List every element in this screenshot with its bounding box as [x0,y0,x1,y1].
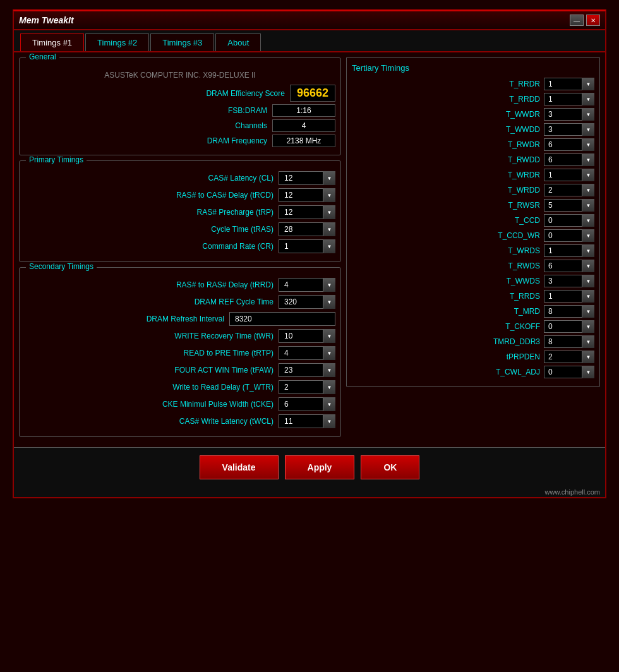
tert-dropdown-wrapper-5[interactable]: 6▼ [544,153,594,166]
timing-select-tfaw[interactable]: 23 [279,363,335,377]
tert-select-11[interactable]: 1 [544,244,594,257]
timing-select-ref[interactable]: 320 [279,295,335,309]
tert-select-17[interactable]: 8 [544,335,594,348]
tert-label-17: TMRD_DDR3 [477,337,540,346]
tert-select-9[interactable]: 0 [544,214,594,227]
tert-dropdown-wrapper-17[interactable]: 8▼ [544,335,594,348]
timing-select-trp[interactable]: 12 [279,205,335,219]
timing-dropdown-trrd[interactable]: 4 ▼ [279,278,335,292]
tert-dropdown-wrapper-1[interactable]: 1▼ [544,93,594,105]
timing-dropdown-twr[interactable]: 10 ▼ [279,329,335,343]
timing-select-trcd[interactable]: 12 [279,188,335,202]
tert-dropdown-wrapper-8[interactable]: 5▼ [544,199,594,212]
timing-dropdown-trp[interactable]: 12 ▼ [279,205,335,219]
timing-dropdown-tras[interactable]: 28 ▼ [279,222,335,236]
tert-select-18[interactable]: 2 [544,351,594,363]
tert-select-15[interactable]: 8 [544,305,594,318]
tert-dropdown-wrapper-12[interactable]: 6▼ [544,260,594,272]
tert-select-12[interactable]: 6 [544,260,594,272]
freq-row: DRAM Frequency 2138 MHz [25,135,335,147]
timing-dropdown-twcl[interactable]: 11 ▼ [279,414,335,428]
tert-select-14[interactable]: 1 [544,290,594,303]
tert-dropdown-wrapper-7[interactable]: 2▼ [544,184,594,196]
window-controls: — ✕ [570,15,600,26]
tert-select-16[interactable]: 0 [544,320,594,333]
validate-button[interactable]: Validate [200,455,279,479]
timing-select-twtr[interactable]: 2 [279,380,335,394]
tert-select-1[interactable]: 1 [544,93,594,105]
tert-row-tprpden: tPRPDEN2▼ [352,351,594,363]
timing-dropdown-ref[interactable]: 320 ▼ [279,295,335,309]
tert-row-t-rwdr: T_RWDR6▼ [352,138,594,151]
tert-dropdown-wrapper-9[interactable]: 0▼ [544,214,594,227]
timing-dropdown-cr[interactable]: 1 ▼ [279,239,335,253]
tab-timings-1[interactable]: Timings #1 [20,33,84,51]
tab-timings-2[interactable]: Timings #2 [85,33,149,51]
tert-label-3: T_WWDD [477,125,540,134]
timing-label-trrd: RAS# to RAS# Delay (tRRD) [141,280,273,289]
efficiency-value: 96662 [290,85,335,102]
tert-label-14: T_RRDS [477,292,540,301]
tert-select-3[interactable]: 3 [544,123,594,136]
tert-select-2[interactable]: 3 [544,108,594,121]
fsb-row: FSB:DRAM 1:16 [25,104,335,117]
timing-select-twr[interactable]: 10 [279,329,335,343]
minimize-button[interactable]: — [570,15,584,26]
apply-button[interactable]: Apply [285,455,355,479]
tert-dropdown-wrapper-11[interactable]: 1▼ [544,244,594,257]
tert-select-10[interactable]: 0 [544,229,594,242]
tert-select-19[interactable]: 0 [544,366,594,378]
tert-dropdown-wrapper-3[interactable]: 3▼ [544,123,594,136]
tert-dropdown-wrapper-16[interactable]: 0▼ [544,320,594,333]
timing-row-trrd: RAS# to RAS# Delay (tRRD) 4 ▼ [25,278,335,292]
efficiency-score-row: DRAM Efficiency Score 96662 [25,85,335,102]
timing-select-twcl[interactable]: 11 [279,414,335,428]
tert-dropdown-wrapper-19[interactable]: 0▼ [544,366,594,378]
tert-label-7: T_WRDD [477,186,540,195]
timing-select-trtp[interactable]: 4 [279,346,335,360]
tert-select-5[interactable]: 6 [544,153,594,166]
freq-value: 2138 MHz [272,135,335,147]
tert-dropdown-wrapper-2[interactable]: 3▼ [544,108,594,121]
ok-button[interactable]: OK [361,455,419,479]
tert-dropdown-wrapper-10[interactable]: 0▼ [544,229,594,242]
timing-input-refint[interactable] [229,312,335,326]
close-button[interactable]: ✕ [586,15,600,26]
timing-select-trrd[interactable]: 4 [279,278,335,292]
timing-select-cr[interactable]: 1 [279,239,335,253]
tab-timings-3[interactable]: Timings #3 [150,33,214,51]
tert-select-7[interactable]: 2 [544,184,594,196]
efficiency-label: DRAM Efficiency Score [184,89,285,98]
tert-dropdown-wrapper-15[interactable]: 8▼ [544,305,594,318]
tert-dropdown-wrapper-6[interactable]: 1▼ [544,169,594,181]
timing-dropdown-trtp[interactable]: 4 ▼ [279,346,335,360]
timing-select-cl[interactable]: 12 [279,171,335,185]
general-group-label: General [26,52,59,61]
timing-dropdown-tfaw[interactable]: 23 ▼ [279,363,335,377]
tert-select-8[interactable]: 5 [544,199,594,212]
channels-row: Channels 4 [25,119,335,132]
tert-dropdown-wrapper-13[interactable]: 3▼ [544,275,594,287]
tert-select-4[interactable]: 6 [544,138,594,151]
tert-dropdown-wrapper-0[interactable]: 1▼ [544,78,594,90]
tert-dropdown-wrapper-4[interactable]: 6▼ [544,138,594,151]
timing-select-tras[interactable]: 28 [279,222,335,236]
tert-row-t-ckoff: T_CKOFF0▼ [352,320,594,333]
tert-select-0[interactable]: 1 [544,78,594,90]
timing-dropdown-twtr[interactable]: 2 ▼ [279,380,335,394]
tert-row-t-ccd-wr: T_CCD_WR0▼ [352,229,594,242]
timing-row-twcl: CAS# Write Latency (tWCL) 11 ▼ [25,414,335,428]
tert-dropdown-wrapper-18[interactable]: 2▼ [544,351,594,363]
timing-dropdown-cl[interactable]: 12 ▼ [279,171,335,185]
timing-select-tcke[interactable]: 6 [279,397,335,411]
primary-group: Primary Timings CAS# Latency (CL) 12 ▼ R… [19,160,341,262]
tert-row-t-mrd: T_MRD8▼ [352,305,594,318]
tert-select-6[interactable]: 1 [544,169,594,181]
channels-label: Channels [166,121,267,130]
tert-dropdown-wrapper-14[interactable]: 1▼ [544,290,594,303]
tert-select-13[interactable]: 3 [544,275,594,287]
timing-dropdown-trcd[interactable]: 12 ▼ [279,188,335,202]
timing-dropdown-tcke[interactable]: 6 ▼ [279,397,335,411]
tab-about[interactable]: About [215,33,261,51]
tert-row-t-wrdd: T_WRDD2▼ [352,184,594,196]
